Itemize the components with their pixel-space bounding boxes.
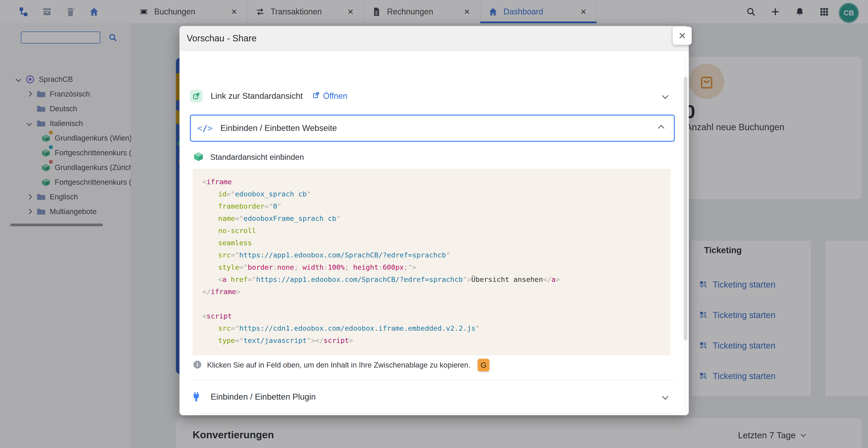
- code-line: <a href="https://app1.edoobox.com/Sprach…: [202, 273, 671, 286]
- code-line: src="https://cdn1.edoobox.com/edoobox.if…: [202, 322, 671, 334]
- code-line: id="edoobox_sprach cb": [202, 188, 671, 200]
- row-label: Link zur Standardansicht: [211, 91, 303, 101]
- modal-scrollbar[interactable]: [684, 53, 687, 413]
- open-standard-view-link[interactable]: Öffnen: [312, 91, 347, 101]
- code-line: <iframe: [202, 175, 671, 188]
- chevron-down-icon: [663, 93, 668, 99]
- code-line: </iframe>: [202, 286, 671, 298]
- accordion-row-embed-plugin[interactable]: Einbinden / Einbetten Plugin: [190, 380, 673, 413]
- chevron-down-icon: [663, 394, 668, 399]
- accordion-row-embed-webseite[interactable]: </> Einbinden / Einbetten Webseite: [190, 115, 675, 142]
- external-link-icon: [312, 91, 320, 101]
- row-label: Einbinden / Einbetten Webseite: [220, 123, 337, 133]
- external-link-icon: [190, 90, 203, 102]
- code-line: style="border:none; width:100%; height:6…: [202, 261, 671, 273]
- copy-hint: Klicken Sie auf in Feld oben, um den Inh…: [193, 358, 489, 372]
- open-link-label: Öffnen: [323, 91, 347, 101]
- info-icon: [193, 360, 202, 370]
- code-line: src="https://app1.edoobox.com/SprachCB/?…: [202, 249, 671, 261]
- section-label: Standardansicht einbinden: [210, 153, 304, 162]
- code-line: type="text/javascript"></script>: [202, 334, 671, 347]
- package-icon: [193, 151, 204, 163]
- code-line: [202, 298, 671, 310]
- copy-hint-text: Klicken Sie auf in Feld oben, um den Inh…: [207, 361, 470, 369]
- modal-title: Vorschau - Share: [187, 33, 256, 43]
- code-line: frameborder="0": [202, 200, 671, 212]
- code-icon: </>: [197, 123, 213, 133]
- chevron-up-icon: [658, 125, 664, 131]
- code-line: no-scroll: [202, 224, 671, 237]
- grammar-extension-badge[interactable]: G: [477, 359, 489, 372]
- embed-code-block[interactable]: <iframeid="edoobox_sprach cb"frameborder…: [193, 169, 671, 355]
- accordion-row-facebook[interactable]: Facebook Öffnen: [190, 413, 673, 415]
- accordion-row-standard-link[interactable]: Link zur Standardansicht Öffnen: [190, 77, 673, 115]
- embed-section-heading: Standardansicht einbinden: [193, 151, 304, 163]
- code-line: seamless: [202, 237, 671, 249]
- app-window: Buchungen ✕ Transaktionen ✕ Rechnungen ✕…: [0, 0, 868, 448]
- row-label: Einbinden / Einbetten Plugin: [211, 392, 316, 402]
- modal-close-button[interactable]: ✕: [673, 27, 692, 45]
- share-modal: Vorschau - Share Link zur Standardansich…: [180, 26, 689, 415]
- code-line: <script: [202, 310, 671, 322]
- modal-header: Vorschau - Share: [180, 26, 689, 51]
- code-line: name="edooboxFrame_sprach cb": [202, 212, 671, 224]
- plug-icon: [190, 391, 203, 403]
